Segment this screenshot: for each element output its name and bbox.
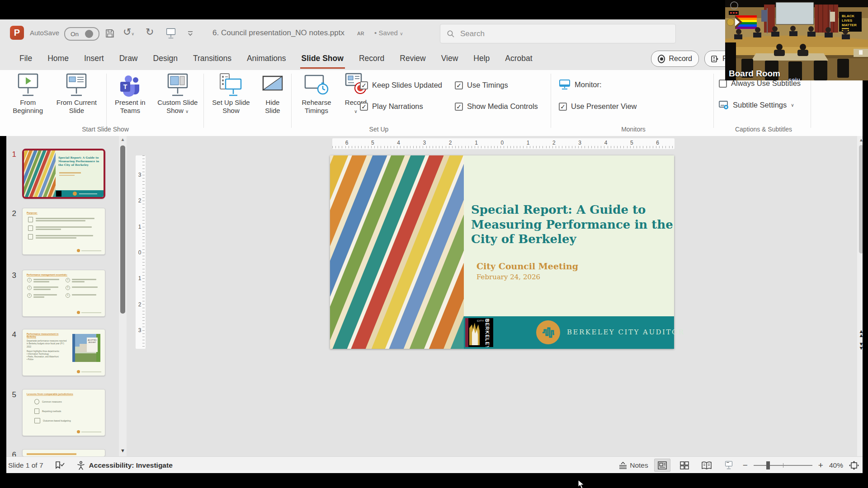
- ruler-number: 1: [137, 275, 143, 282]
- normal-view-button[interactable]: [654, 459, 670, 472]
- union-banner-text: seiu: [788, 76, 800, 80]
- ruler-number: 4: [396, 140, 401, 146]
- slide-canvas[interactable]: Special Report: A Guide to Measuring Per…: [330, 155, 674, 349]
- search-input[interactable]: Search: [440, 24, 676, 43]
- group-label: Monitors: [555, 126, 712, 133]
- ruler-number: 6: [655, 140, 660, 146]
- record-dot-icon: [658, 55, 665, 63]
- checkbox-icon: ✓: [360, 103, 368, 111]
- scroll-up-icon[interactable]: ▲: [119, 137, 127, 142]
- thumbnail-slide-6[interactable]: [22, 449, 105, 456]
- slide-subtitle-meeting[interactable]: City Council Meeting: [476, 261, 578, 271]
- accessibility-status[interactable]: Accessibility: Investigate: [76, 461, 173, 470]
- tab-help[interactable]: Help: [466, 47, 497, 70]
- ruler-number: 3: [137, 327, 143, 333]
- tab-transitions[interactable]: Transitions: [185, 47, 239, 70]
- thumbnail-scrollbar[interactable]: ▲ ▼: [119, 136, 127, 456]
- ruler-number: 3: [422, 140, 427, 146]
- hide-slide-button[interactable]: Hide Slide: [258, 73, 288, 128]
- reading-view-button[interactable]: [698, 459, 715, 472]
- notes-icon: [619, 462, 627, 469]
- thumbnail-number: 1: [7, 150, 16, 159]
- fit-to-window-icon[interactable]: [849, 461, 859, 470]
- play-narrations-checkbox[interactable]: ✓ Play Narrations: [360, 102, 423, 111]
- ruler-number: 2: [137, 197, 143, 204]
- show-media-controls-checkbox[interactable]: ✓ Show Media Controls: [455, 102, 538, 111]
- tab-slide-show[interactable]: Slide Show: [294, 47, 351, 70]
- tab-review[interactable]: Review: [392, 47, 433, 70]
- auditor-seal-icon: [536, 320, 560, 344]
- ruler-number: 1: [474, 140, 479, 146]
- scrollbar-thumb[interactable]: [120, 145, 125, 314]
- scroll-down-icon[interactable]: ▼: [119, 448, 127, 453]
- tab-view[interactable]: View: [434, 47, 466, 70]
- subtitle-settings-button[interactable]: Subtitle Settings ∨: [719, 100, 794, 110]
- thumbnail-number: 3: [7, 271, 16, 280]
- use-presenter-view-checkbox[interactable]: ✓ Use Presenter View: [559, 102, 637, 111]
- tab-file[interactable]: File: [12, 47, 40, 70]
- zoom-out-button[interactable]: −: [743, 460, 748, 470]
- group-label: Captions & Subtitles: [717, 126, 810, 133]
- thumbnail-slide-5[interactable]: Lessons from comparable jurisdictions Co…: [22, 389, 105, 436]
- checkbox-icon: ✓: [455, 81, 463, 89]
- redo-icon[interactable]: ↻: [146, 26, 154, 38]
- from-beginning-button[interactable]: From Beginning: [9, 73, 47, 128]
- record-button[interactable]: Record: [651, 51, 699, 67]
- hide-slide-icon: [261, 73, 284, 97]
- set-up-slide-show-button[interactable]: Set Up Slide Show: [208, 73, 254, 128]
- toggle-knob-icon: [85, 30, 93, 38]
- slide-title[interactable]: Special Report: A Guide to Measuring Per…: [471, 202, 683, 247]
- tab-acrobat[interactable]: Acrobat: [497, 47, 540, 70]
- keep-slides-updated-checkbox[interactable]: ✓ Keep Slides Updated: [360, 81, 442, 89]
- from-current-slide-button[interactable]: From Current Slide: [51, 73, 102, 128]
- save-icon[interactable]: [105, 28, 115, 38]
- zoom-slider-thumb[interactable]: [766, 461, 770, 469]
- board-room-video[interactable]: BLACK LIVES MATTER: [725, 0, 868, 80]
- slide-indicator: Slide 1 of 7: [8, 461, 43, 469]
- svg-text:T: T: [123, 83, 127, 90]
- present-in-teams-button[interactable]: T Present in Teams: [111, 73, 149, 128]
- thumbnail-slide-1[interactable]: Special Report: A Guide to Measuring Per…: [22, 149, 105, 199]
- tab-record[interactable]: Record: [351, 47, 392, 70]
- zoom-slider[interactable]: [754, 465, 812, 466]
- autosave-toggle[interactable]: On: [64, 27, 99, 41]
- tab-draw[interactable]: Draw: [112, 47, 146, 70]
- tab-design[interactable]: Design: [146, 47, 185, 70]
- teams-icon: T: [119, 75, 141, 97]
- slideshow-view-button[interactable]: [721, 459, 737, 472]
- toolbar-options-icon[interactable]: [187, 30, 193, 37]
- sensitivity-label-icon[interactable]: ᴀʀ: [357, 19, 364, 47]
- notes-button[interactable]: Notes: [619, 461, 648, 469]
- from-current-slide-icon: [65, 73, 88, 97]
- thumbnail-slide-2[interactable]: Purpose:: [22, 208, 105, 255]
- undo-icon[interactable]: ↺∨: [123, 26, 134, 38]
- workspace: 1 Special Report: A Guide to Measuring P…: [0, 136, 868, 456]
- monitor-icon: [559, 79, 571, 90]
- custom-slide-show-icon: [166, 73, 189, 97]
- use-timings-checkbox[interactable]: ✓ Use Timings: [455, 81, 508, 89]
- thumbnail-slide-3[interactable]: Performance management essentials: 1 4 2…: [22, 270, 105, 317]
- search-placeholder: Search: [460, 29, 485, 38]
- subtitle-settings-icon: [719, 100, 729, 110]
- thumbnail-slide-4[interactable]: Performance measurement in Berkeley Depa…: [22, 329, 105, 376]
- thumbnail-number: 5: [7, 390, 16, 399]
- start-slideshow-icon[interactable]: [165, 28, 176, 39]
- autosave-state: On: [71, 31, 79, 38]
- tab-insert[interactable]: Insert: [76, 47, 112, 70]
- zoom-in-button[interactable]: +: [818, 460, 823, 470]
- ruler-number: 5: [629, 140, 634, 146]
- rehearse-timings-button[interactable]: Rehearse Timings: [295, 73, 338, 128]
- custom-slide-show-button[interactable]: Custom Slide Show ∨: [154, 73, 202, 128]
- tab-home[interactable]: Home: [40, 47, 76, 70]
- tab-animations[interactable]: Animations: [239, 47, 294, 70]
- slide-subtitle-date[interactable]: February 24, 2026: [476, 273, 540, 281]
- ruler-number: 3: [137, 172, 143, 178]
- slide-sorter-view-button[interactable]: [676, 459, 693, 472]
- ruler-number: 2: [551, 140, 557, 146]
- powerpoint-app-icon[interactable]: P: [10, 26, 24, 40]
- spell-check-icon[interactable]: [55, 461, 65, 470]
- svg-text:BLACK: BLACK: [842, 14, 854, 18]
- save-status[interactable]: • Saved ∨: [374, 19, 403, 47]
- slide-sorter-icon: [680, 461, 689, 469]
- zoom-level[interactable]: 40%: [829, 461, 843, 469]
